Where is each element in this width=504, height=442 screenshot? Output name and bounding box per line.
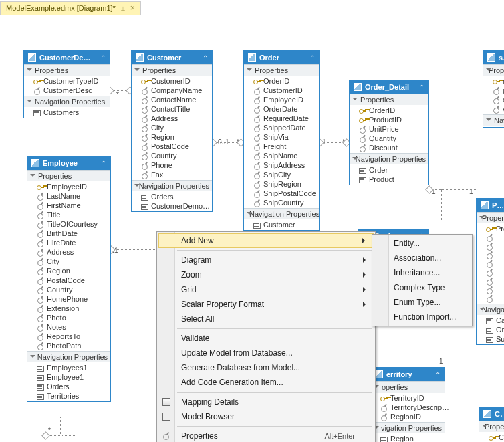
property-item[interactable]: Discount — [350, 143, 428, 152]
menu-item-diagram[interactable]: Diagram — [158, 253, 374, 267]
entity-territory[interactable]: erritory⌃opertiesTerritoryIDTerritoryDes… — [370, 367, 445, 442]
property-item[interactable]: RegionID — [371, 412, 445, 421]
entity-sys[interactable]: sys⌃PropertiesnpdvNavi — [483, 50, 504, 128]
entity-order_detail[interactable]: Order_Detail⌃PropertiesOrderIDProductIDU… — [349, 80, 429, 185]
entity-employee[interactable]: Employee⌃PropertiesEmployeeIDLastNameFir… — [27, 156, 111, 402]
properties-header[interactable]: Properties — [477, 213, 504, 223]
properties-header[interactable]: Properties — [132, 65, 212, 76]
property-item[interactable] — [477, 233, 504, 242]
property-item[interactable]: TerritoryID — [371, 393, 445, 403]
property-item[interactable]: TitleOfCourtesy — [27, 219, 110, 229]
entity-header[interactable]: Category⌃ — [479, 407, 504, 421]
navigation-item[interactable]: Employees1 — [27, 363, 110, 372]
menu-item-validate[interactable]: Validate — [158, 331, 374, 346]
property-item[interactable]: Address — [27, 247, 110, 257]
property-item[interactable]: CompanyName — [132, 86, 212, 95]
property-item[interactable]: HireDate — [27, 238, 110, 247]
property-item[interactable]: UnitPrice — [350, 124, 428, 134]
properties-header[interactable]: Properties — [27, 171, 110, 181]
menu-item-zoom[interactable]: Zoom — [158, 267, 374, 282]
property-item[interactable]: EmployeeID — [27, 182, 110, 191]
properties-header[interactable]: Properties — [479, 421, 504, 432]
pin-icon[interactable]: ⟂ — [121, 5, 125, 12]
property-item[interactable]: Extension — [27, 304, 110, 313]
property-item[interactable]: HomePhone — [27, 294, 110, 304]
property-item[interactable]: ContactTitle — [132, 104, 212, 114]
entity-header[interactable]: CustomerDem…⌃ — [24, 51, 110, 64]
property-item[interactable]: Categor — [479, 433, 504, 442]
property-item[interactable]: BirthDate — [27, 229, 110, 238]
collapse-icon[interactable]: ⌃ — [202, 54, 209, 62]
property-item[interactable]: LastName — [27, 191, 110, 201]
property-item[interactable] — [477, 242, 504, 251]
collapse-icon[interactable]: ⌃ — [100, 160, 107, 167]
property-item[interactable]: CustomerDesc — [24, 86, 110, 95]
navigation-item[interactable]: Supplie — [477, 334, 504, 344]
property-item[interactable]: ShipCity — [244, 170, 319, 179]
menu-item-grid[interactable]: Grid — [158, 282, 374, 297]
property-item[interactable]: Country — [27, 285, 110, 294]
property-item[interactable]: Notes — [27, 322, 110, 332]
collapse-icon[interactable]: ⌃ — [309, 54, 316, 62]
properties-header[interactable]: operties — [371, 382, 445, 393]
property-item[interactable]: ShipAddress — [244, 160, 319, 170]
property-item[interactable]: Fax — [132, 170, 212, 179]
property-item[interactable] — [477, 277, 504, 286]
property-item[interactable]: OrderDate — [244, 104, 319, 114]
entity-header[interactable]: Product⌃ — [477, 199, 504, 212]
properties-header[interactable]: Properties — [483, 65, 504, 76]
menu-item-model-browser[interactable]: Model Browser — [158, 409, 374, 424]
navigation-header[interactable]: Navigation Properties — [27, 352, 110, 362]
property-item[interactable]: Quantity — [350, 134, 428, 143]
property-item[interactable]: n — [483, 76, 504, 86]
property-item[interactable]: Region — [132, 132, 212, 142]
property-item[interactable] — [477, 286, 504, 294]
collapse-icon[interactable]: ⌃ — [434, 371, 441, 378]
entity-customerdem[interactable]: CustomerDem…⌃PropertiesCustomerTypeIDCus… — [23, 50, 110, 118]
property-item[interactable]: d — [483, 95, 504, 104]
property-item[interactable]: CustomerID — [244, 86, 319, 95]
document-tab[interactable]: ModelExample.edmx [Diagram1]* ⟂ × — [0, 1, 141, 15]
property-item[interactable]: ShipVia — [244, 132, 319, 142]
property-item[interactable]: FirstName — [27, 201, 110, 210]
property-item[interactable]: PhotoPath — [27, 341, 110, 350]
property-item[interactable]: ShippedDate — [244, 123, 319, 132]
property-item[interactable]: Region — [27, 266, 110, 275]
property-item[interactable]: Country — [132, 151, 212, 160]
property-item[interactable]: Photo — [27, 313, 110, 322]
property-item[interactable]: ContactName — [132, 95, 212, 104]
property-item[interactable]: CustomerID — [132, 76, 212, 86]
collapse-icon[interactable]: ⌃ — [418, 84, 425, 91]
property-item[interactable]: EmployeeID — [244, 95, 319, 104]
menu-item-mapping-details[interactable]: Mapping Details — [158, 395, 374, 409]
property-item[interactable]: Produc — [477, 224, 504, 233]
property-item[interactable]: p — [483, 86, 504, 95]
navigation-item[interactable]: Order — [350, 165, 428, 175]
property-item[interactable]: ShipPostalCode — [244, 189, 319, 198]
navigation-item[interactable]: Employee1 — [27, 372, 110, 382]
navigation-item[interactable]: Product — [350, 175, 428, 184]
navigation-item[interactable]: Order_D — [477, 325, 504, 334]
collapse-icon[interactable]: ⌃ — [100, 54, 106, 62]
navigation-item[interactable]: Customers — [24, 108, 110, 117]
entity-customer[interactable]: Customer⌃PropertiesCustomerIDCompanyName… — [131, 50, 213, 212]
menu-item-scalar-property-format[interactable]: Scalar Property Format — [158, 297, 374, 312]
navigation-item[interactable]: Territories — [27, 391, 110, 401]
property-item[interactable] — [477, 259, 504, 268]
property-item[interactable]: PostalCode — [132, 142, 212, 151]
property-item[interactable]: ShipRegion — [244, 179, 319, 189]
property-item[interactable]: ShipName — [244, 151, 319, 160]
close-icon[interactable]: × — [130, 3, 135, 13]
property-item[interactable]: OrderID — [244, 76, 319, 86]
navigation-header[interactable]: Navigation Properties — [24, 96, 110, 107]
navigation-item[interactable]: CustomerDemo… — [132, 201, 212, 211]
properties-header[interactable]: Properties — [24, 65, 110, 76]
entity-product[interactable]: Product⌃PropertiesProducNavigationCatego… — [476, 198, 504, 345]
entity-header[interactable]: Employee⌃ — [27, 156, 110, 170]
property-item[interactable] — [477, 268, 504, 277]
property-item[interactable]: Address — [132, 114, 212, 123]
property-item[interactable]: CustomerTypeID — [24, 76, 110, 86]
property-item[interactable] — [477, 294, 504, 303]
navigation-item[interactable]: Orders — [27, 382, 110, 391]
navigation-header[interactable]: Navigation Properties — [350, 154, 428, 164]
